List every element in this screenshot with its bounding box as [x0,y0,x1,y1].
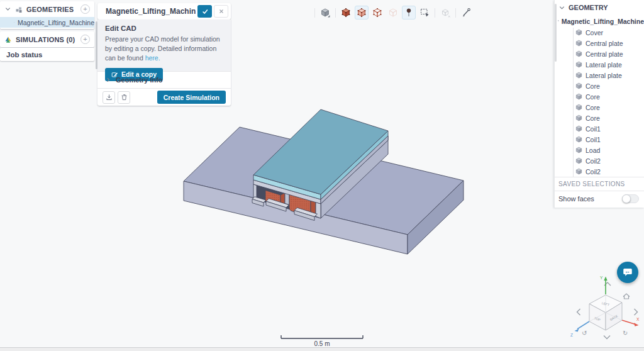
toggle-knob [622,194,631,203]
show-faces-toggle[interactable] [622,194,639,203]
geometry-item-label: Magnetic_Lifting_Machine [18,19,94,26]
edit-cad-heading: Edit CAD [105,25,223,32]
shaded-cube-icon [320,8,330,18]
tree-item-central-plate[interactable]: Central plate [555,48,644,59]
tree-item-core[interactable]: Core [555,81,644,91]
tree-item-core[interactable]: Core [555,91,644,102]
select-vertices-button [386,6,400,20]
help-link[interactable]: here. [145,54,160,62]
vertex-cube-icon [388,8,398,18]
confirm-button[interactable] [197,5,212,18]
chevron-right-icon [105,77,111,83]
x-axis-label: X [636,317,640,321]
part-cube-icon [575,40,582,47]
download-icon [105,93,113,101]
select-volumes-button[interactable] [339,6,353,20]
tree-item-load[interactable]: Load [555,145,644,155]
geometry-sidebar: GEOMETRY Magnetic_Lifting_Machine Cover … [554,0,644,208]
check-icon [201,8,209,15]
geometry-part-icon [14,19,14,26]
tree-item-central-plate[interactable]: Central plate [555,38,644,48]
box-select-button[interactable] [418,6,431,20]
create-simulation-button[interactable]: Create Simulation [157,91,226,104]
rotate-cw-icon[interactable]: ↻ [623,330,628,337]
toolbar-divider [335,8,336,18]
part-cube-icon [575,29,582,36]
geometries-label: GEOMETRIES [26,6,74,13]
part-cube-icon [575,168,582,175]
tree-connector-line [573,28,574,177]
y-axis-arrow [604,277,607,281]
box-select-icon [419,8,430,18]
tree-item-lateral-plate[interactable]: Lateral plate [555,59,644,70]
chevron-down-icon [4,6,11,13]
chat-bubble-icon [622,267,633,278]
probe-pin-icon [404,8,414,18]
part-cube-icon [575,93,582,100]
delete-button[interactable] [118,91,130,104]
part-cube-icon [575,72,582,79]
job-status-card[interactable]: Job status [0,48,94,61]
part-cube-icon [575,82,582,89]
simulations-card: SIMULATIONS (0) + [0,31,94,47]
sidebar-scrollbar[interactable] [555,4,557,62]
rotate-down-chevron[interactable] [604,336,610,339]
saved-selections-header[interactable]: SAVED SELECTIONS [555,177,644,191]
transform-button [438,6,452,20]
geometries-icon [15,6,23,13]
collapse-minus-icon[interactable] [558,18,559,24]
select-edges-button[interactable] [370,6,384,20]
geometry-tree-item-selected[interactable]: Magnetic_Lifting_Machine [0,17,94,28]
support-chat-button[interactable] [617,262,638,283]
bottom-edge-bar [0,347,644,351]
edit-cad-description: Prepare your CAD model for simulation by… [105,35,223,64]
tree-item-coil2[interactable]: Coil2 [555,155,644,166]
tree-item-cover[interactable]: Cover [555,27,644,38]
download-button[interactable] [103,91,115,104]
panel-header: Magnetic_Lifting_Machine [97,3,231,20]
x-axis [622,320,635,325]
add-geometry-button[interactable]: + [80,4,90,14]
part-cube-icon [575,147,582,153]
part-cube-icon [575,125,582,132]
view-cube[interactable] [589,295,622,330]
panel-title: Magnetic_Lifting_Machine [106,7,196,16]
volume-cube-icon [341,8,351,18]
rotate-left-chevron[interactable] [577,309,580,315]
scale-label: 0.5 m [314,340,330,347]
show-faces-row: Show faces [555,191,644,206]
simulations-header[interactable]: SIMULATIONS (0) + [0,31,94,47]
measure-button[interactable] [459,6,473,20]
probe-point-button[interactable] [402,6,416,20]
scale-bar: 0.5 m [278,332,366,348]
tree-item-coil1[interactable]: Coil1 [555,134,644,145]
tree-item-coil1[interactable]: Coil1 [555,123,644,134]
geometry-root-item[interactable]: Magnetic_Lifting_Machine [555,15,644,27]
z-axis-arrow [575,329,579,332]
geometries-header[interactable]: GEOMETRIES + [0,1,94,17]
part-cube-icon [575,61,582,68]
simulations-label: SIMULATIONS (0) [16,36,75,43]
panel-scrollbar[interactable] [96,21,97,69]
home-view-icon[interactable] [623,294,630,299]
geometry-header[interactable]: GEOMETRY [555,0,644,15]
rotate-ccw-icon[interactable]: ↺ [582,330,587,337]
tree-item-lateral-plate[interactable]: Lateral plate [555,70,644,81]
geometries-card: GEOMETRIES + Magnetic_Lifting_Machine [0,1,94,29]
part-cube-icon [575,136,582,143]
toolbar-divider [435,8,435,18]
close-button[interactable] [214,5,228,18]
measure-pen-icon [461,8,471,18]
tree-item-core[interactable]: Core [555,102,644,113]
select-faces-button[interactable] [355,6,369,20]
add-simulation-button[interactable]: + [80,35,90,44]
selection-toolbar [313,6,473,20]
chevron-down-icon [558,4,565,11]
rotate-right-chevron[interactable] [635,309,638,315]
trash-icon [120,93,128,101]
tree-item-coil2[interactable]: Coil2 [555,166,644,177]
face-cube-icon [357,8,367,18]
tree-item-core[interactable]: Core [555,113,644,123]
x-axis-arrow [634,323,639,326]
render-mode-button[interactable] [318,6,332,20]
